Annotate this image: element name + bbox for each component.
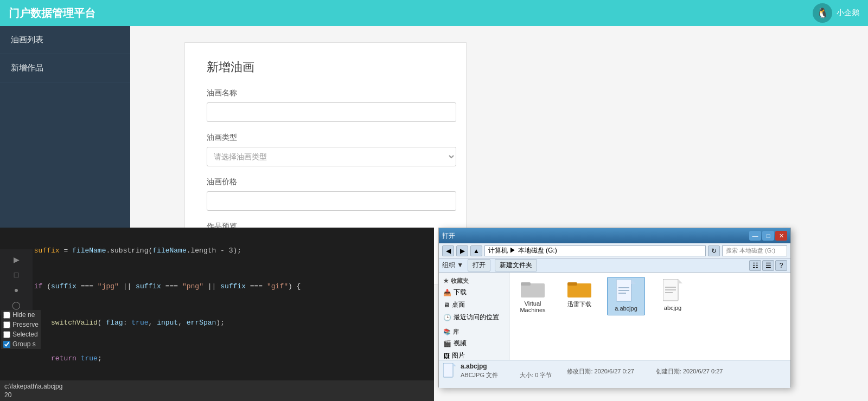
- folder-icon-vm: [521, 279, 545, 299]
- bottom-bar: c:\fakepath\a.abcjpg 20: [0, 380, 434, 401]
- checkbox-row-preserve: Preserve: [3, 321, 39, 328]
- form-title: 新增油画: [207, 59, 444, 75]
- left-toolbar: ▶ □ ● ◯: [0, 249, 33, 315]
- svg-rect-1: [521, 282, 531, 286]
- line-number: 20: [4, 391, 430, 399]
- checkbox-row-group: Group s: [3, 340, 39, 348]
- header: 门户数据管理平台 🐧 小企鹅: [0, 0, 868, 26]
- status-filename: a.abcjpg: [461, 363, 552, 370]
- dialog-sidebar: ★收藏夹 📥下载 🖥桌面 🕒最近访问的位置 📚库 🎬视频 🖼图片: [439, 273, 509, 360]
- copy-icon[interactable]: □: [9, 269, 24, 281]
- code-editor: suffix = fileName.substring(fileName.len…: [0, 228, 434, 401]
- svg-rect-3: [567, 282, 577, 286]
- record-icon[interactable]: ●: [9, 284, 24, 296]
- svg-marker-5: [631, 280, 636, 284]
- forward-button[interactable]: ▶: [456, 245, 468, 256]
- code-line-1: suffix = fileName.substring(fileName.len…: [9, 233, 425, 269]
- preserve-checkbox[interactable]: [3, 321, 10, 328]
- avatar: 🐧: [813, 3, 832, 23]
- file-item-xunlei[interactable]: 迅雷下载: [560, 277, 598, 315]
- view-btn-1[interactable]: ☷: [749, 260, 761, 271]
- sidebar-recent[interactable]: 🕒最近访问的位置: [441, 311, 507, 324]
- search-box[interactable]: 搜索 本地磁盘 (G:): [722, 245, 787, 256]
- dialog-files: VirtualMachines 迅雷下载 a.abcjpg: [509, 273, 790, 360]
- status-modified: 修改日期: 2020/6/27 0:27: [567, 367, 634, 376]
- checkbox-row-hide: Hide ne: [3, 311, 39, 319]
- type-label: 油画类型: [207, 133, 444, 143]
- code-content: suffix = fileName.substring(fileName.len…: [0, 228, 434, 401]
- svg-rect-6: [618, 287, 629, 288]
- app-title: 门户数据管理平台: [9, 6, 95, 21]
- group-label: Group s: [12, 340, 36, 348]
- cursor-icon[interactable]: ▶: [9, 254, 24, 266]
- hide-checkbox[interactable]: [3, 312, 10, 319]
- organize-button[interactable]: 组织 ▼: [442, 261, 463, 270]
- svg-rect-14: [443, 363, 453, 377]
- dialog-titlebar: 打开 — □ ✕: [439, 228, 790, 243]
- clock-icon[interactable]: ◯: [9, 299, 24, 311]
- dialog-title: 打开: [442, 231, 455, 241]
- svg-marker-15: [453, 363, 456, 366]
- svg-rect-8: [618, 293, 626, 294]
- dialog-body: ★收藏夹 📥下载 🖥桌面 🕒最近访问的位置 📚库 🎬视频 🖼图片: [439, 273, 790, 360]
- back-button[interactable]: ◀: [442, 245, 454, 256]
- minimize-button[interactable]: —: [749, 231, 761, 241]
- group-checkbox[interactable]: [3, 341, 10, 348]
- refresh-button[interactable]: ↻: [708, 245, 720, 256]
- status-file-icon: [443, 363, 456, 379]
- code-line-3: switchValid( flag: true, input, errSpan)…: [9, 305, 425, 341]
- selected-label: Selected: [12, 331, 38, 338]
- name-input[interactable]: [207, 102, 456, 122]
- close-button[interactable]: ✕: [775, 231, 787, 241]
- status-details: ABCJPG 文件 大小: 0 字节: [461, 371, 552, 379]
- svg-marker-10: [678, 279, 682, 283]
- folder-icon-xunlei: [567, 279, 591, 299]
- file-dialog: 打开 — □ ✕ ◀ ▶ ▲ 计算机 ▶ 本地磁盘 (G:) ↻ 搜索 本地磁盘…: [438, 228, 791, 387]
- file-icon-aabcjpg: [616, 280, 636, 303]
- sidebar-images[interactable]: 🖼图片: [441, 350, 507, 360]
- preserve-label: Preserve: [12, 321, 39, 328]
- form-group-type: 油画类型 请选择油画类型: [207, 133, 444, 166]
- up-button[interactable]: ▲: [470, 245, 482, 256]
- file-item-virtual-machines[interactable]: VirtualMachines: [514, 277, 552, 315]
- view-btn-2[interactable]: ☰: [762, 260, 774, 271]
- file-icon-abcjpg: [663, 279, 682, 303]
- dialog-statusbar: a.abcjpg ABCJPG 文件 大小: 0 字节 修改日期: 2020/6…: [439, 360, 790, 388]
- file-item-aabcjpg[interactable]: a.abcjpg: [607, 277, 645, 315]
- sidebar-item-painting-list[interactable]: 油画列表: [0, 26, 130, 54]
- username: 小企鹅: [837, 8, 859, 18]
- svg-rect-7: [618, 290, 629, 291]
- status-size: 大小: 0 字节: [520, 371, 552, 379]
- form-group-name: 油画名称: [207, 88, 444, 122]
- code-line-2: if (suffix === "jpg" || suffix === "png"…: [9, 269, 425, 305]
- sidebar-video[interactable]: 🎬视频: [441, 337, 507, 350]
- dialog-addressbar: ◀ ▶ ▲ 计算机 ▶ 本地磁盘 (G:) ↻ 搜索 本地磁盘 (G:): [439, 243, 790, 258]
- checkbox-row-selected: Selected: [3, 331, 39, 338]
- price-label: 油画价格: [207, 177, 444, 187]
- form-group-price: 油画价格: [207, 177, 444, 211]
- hide-label: Hide ne: [12, 311, 35, 319]
- file-path: c:\fakepath\a.abcjpg: [4, 383, 430, 390]
- library-section: 📚库: [441, 327, 507, 337]
- dialog-toolbar: 组织 ▼ 打开 新建文件夹 ☷ ☰ ?: [439, 258, 790, 273]
- sidebar-desktop[interactable]: 🖥桌面: [441, 299, 507, 311]
- sidebar-download[interactable]: 📥下载: [441, 286, 507, 299]
- help-button[interactable]: ?: [775, 260, 787, 271]
- file-item-abcjpg[interactable]: abcjpg: [654, 277, 692, 315]
- svg-rect-13: [665, 292, 673, 293]
- maximize-button[interactable]: □: [762, 231, 774, 241]
- type-select[interactable]: 请选择油画类型: [207, 147, 456, 166]
- price-input[interactable]: [207, 191, 456, 211]
- sidebar-item-new-work[interactable]: 新增作品: [0, 54, 130, 82]
- status-filetype: ABCJPG 文件: [461, 371, 498, 379]
- favorites-section: ★收藏夹: [441, 276, 507, 286]
- user-info: 🐧 小企鹅: [813, 3, 859, 23]
- checkbox-area: Hide ne Preserve Selected Group s: [1, 310, 41, 349]
- open-button[interactable]: 打开: [468, 259, 490, 271]
- name-label: 油画名称: [207, 88, 444, 98]
- dialog-window-controls: — □ ✕: [749, 231, 787, 241]
- selected-checkbox[interactable]: [3, 331, 10, 338]
- code-line-4: return true;: [9, 341, 425, 377]
- new-folder-button[interactable]: 新建文件夹: [495, 259, 537, 271]
- address-path[interactable]: 计算机 ▶ 本地磁盘 (G:): [484, 245, 706, 256]
